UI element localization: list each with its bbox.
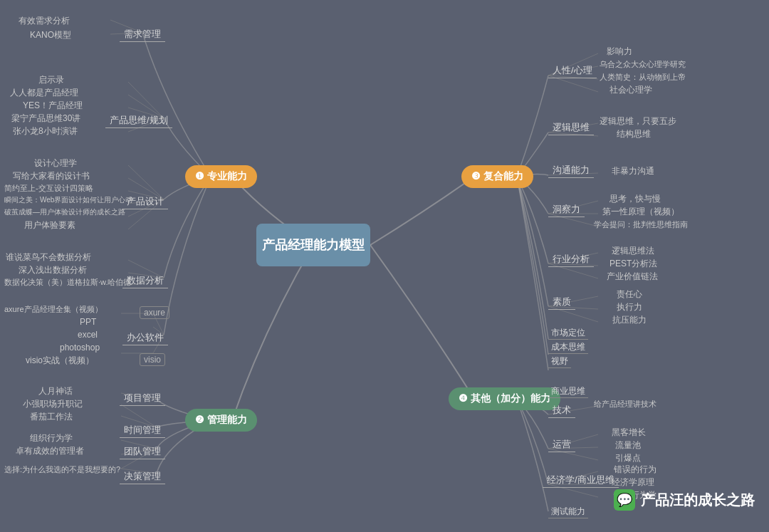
sub-node-hyfx: 行业分析 bbox=[548, 251, 594, 267]
leaf-sjxlx: 设计心理学 bbox=[31, 157, 80, 169]
leaf-xhwtk: 学会提问：批判性思维指南 bbox=[591, 218, 691, 231]
leaf-jjxyl: 经济学原理 bbox=[609, 476, 657, 489]
wechat-icon: 💬 bbox=[614, 489, 635, 511]
sub-node-gtnl: 沟通能力 bbox=[548, 162, 594, 178]
leaf-yes: YES！产品经理 bbox=[20, 99, 85, 112]
leaf-sy: 视野 bbox=[548, 355, 571, 368]
leaf-jgsw: 结构思维 bbox=[614, 127, 654, 140]
sub-node-rxl: 人性/心理 bbox=[548, 63, 597, 78]
watermark-text: 产品汪的成长之路 bbox=[641, 491, 755, 510]
leaf-xzwsm: 选择:为什么我选的不是我想要的? bbox=[1, 463, 123, 476]
sub-node-xmgl: 项目管理 bbox=[120, 390, 165, 406]
leaf-shjsxz: 社会心理学 bbox=[607, 83, 655, 96]
leaf-photoshop: photoshop bbox=[57, 341, 103, 354]
leaf-srsj: 深入浅出数据分析 bbox=[16, 264, 90, 276]
sub-node-jjx: 经济学/商业思维 bbox=[543, 472, 619, 488]
sub-node-js: 技术 bbox=[548, 402, 575, 418]
cat3-node: ❸ 复合能力 bbox=[461, 165, 533, 188]
node-visio-int: visio bbox=[140, 353, 165, 366]
sub-node-tdgl: 团队管理 bbox=[120, 444, 165, 459]
leaf-zxl: 张小龙8小时演讲 bbox=[10, 125, 80, 137]
leaf-xqzc: 小强职场升职记 bbox=[20, 397, 85, 410]
sub-node-xqgl: 需求管理 bbox=[120, 26, 165, 42]
sub-node-sz: 素质 bbox=[548, 294, 575, 310]
leaf-xgdj: 写给大家看的设计书 bbox=[10, 169, 93, 182]
leaf-zrx: 责任心 bbox=[614, 288, 645, 301]
leaf-pjcc: 破茧成蝶—用户体验设计师的成长之路 bbox=[1, 206, 128, 219]
sub-node-ljsw: 逻辑思维 bbox=[548, 120, 594, 135]
leaf-fqgzf: 番茄工作法 bbox=[27, 410, 75, 423]
leaf-zyxgzr: 卓有成效的管理者 bbox=[13, 444, 87, 457]
leaf-syyw: 商业思维 bbox=[548, 385, 588, 398]
leaf-zzxwx: 组织行为学 bbox=[27, 432, 75, 444]
leaf-szkm: 思考，快与慢 bbox=[607, 192, 664, 205]
leaf-ljswwybw: 逻辑思维，只要五步 bbox=[597, 115, 679, 127]
sub-node-sjgl: 时间管理 bbox=[120, 422, 165, 438]
leaf-jscpjljjs: 给产品经理讲技术 bbox=[591, 397, 659, 410]
mindmap-container: 产品经理能力模型 ❶ 专业能力 ❷ 管理能力 ❸ 复合能力 ❹ 其他（加分）能力… bbox=[0, 0, 769, 532]
leaf-axure-full: axure产品经理全集（视频） bbox=[1, 303, 105, 315]
leaf-fbltg: 非暴力沟通 bbox=[609, 165, 657, 177]
leaf-pest: PEST分析法 bbox=[607, 257, 660, 270]
sub-node-dcl: 洞察力 bbox=[548, 202, 585, 217]
sub-node-bgrj: 办公软件 bbox=[122, 330, 168, 345]
cat2-node: ❷ 管理能力 bbox=[185, 409, 257, 432]
cat1-node: ❶ 专业能力 bbox=[185, 165, 257, 188]
cat4-node: ❹ 其他（加分）能力 bbox=[449, 387, 560, 410]
leaf-sjh: 数据化决策（美）道格拉斯·w.哈伯德 bbox=[1, 276, 134, 288]
leaf-rrdcpjl: 人人都是产品经理 bbox=[7, 86, 81, 99]
leaf-jyzs: 简约至上-交互设计四策略 bbox=[1, 182, 96, 194]
leaf-visio-practice: visio实战（视频） bbox=[23, 354, 97, 367]
leaf-ccsw: 成本思维 bbox=[548, 341, 588, 354]
leaf-lncp: 梁宁产品思维30讲 bbox=[9, 112, 83, 125]
sub-node-jsgl: 决策管理 bbox=[120, 469, 165, 484]
leaf-qsl: 启示录 bbox=[36, 73, 67, 86]
leaf-dyxyl: 第一性原理（视频） bbox=[600, 205, 682, 218]
sub-node-yy: 运营 bbox=[548, 437, 575, 452]
leaf-csnl: 测试能力 bbox=[548, 506, 588, 518]
leaf-scdw: 市场定位 bbox=[548, 327, 588, 340]
leaf-yxqxfx: 有效需求分析 bbox=[16, 14, 73, 27]
leaf-yxl: 影响力 bbox=[604, 45, 635, 58]
leaf-zxl2: 执行力 bbox=[614, 301, 645, 313]
leaf-sjzm: 瞬间之美：Web界面设计如何让用户心动 bbox=[1, 194, 135, 207]
leaf-cwdxw: 错误的行为 bbox=[611, 463, 659, 476]
leaf-hkzz: 黑客增长 bbox=[609, 426, 649, 439]
leaf-kano: KANO模型 bbox=[27, 28, 74, 41]
leaf-ljswf: 逻辑思维法 bbox=[609, 244, 657, 257]
watermark: 💬 产品汪的成长之路 bbox=[614, 489, 755, 511]
node-axure-int: axure bbox=[140, 306, 169, 319]
leaf-ppt: PPT bbox=[77, 315, 99, 328]
sub-node-cpswgh: 产品思维/规划 bbox=[105, 113, 172, 128]
leaf-llc: 流量池 bbox=[612, 439, 644, 452]
leaf-whhzz: 乌合之众大众心理学研究 bbox=[597, 58, 689, 71]
leaf-yhty: 用户体验要素 bbox=[21, 219, 78, 231]
leaf-excel: excel bbox=[75, 328, 100, 341]
leaf-cyjzljf: 产业价值链法 bbox=[604, 270, 661, 283]
leaf-rljs: 人类简史：从动物到上帝 bbox=[597, 71, 689, 83]
leaf-rysw: 人月神话 bbox=[36, 385, 75, 397]
leaf-kynl: 抗压能力 bbox=[610, 313, 649, 326]
leaf-sscnb: 谁说菜鸟不会数据分析 bbox=[3, 251, 94, 264]
center-node: 产品经理能力模型 bbox=[256, 224, 370, 266]
